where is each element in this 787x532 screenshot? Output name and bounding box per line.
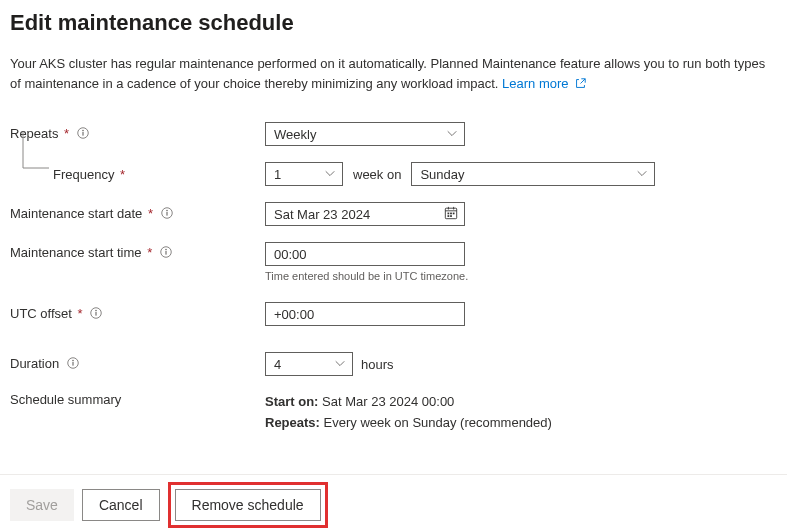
duration-label-text: Duration [10, 356, 59, 371]
cancel-button[interactable]: Cancel [82, 489, 160, 521]
duration-unit: hours [361, 357, 394, 372]
svg-point-22 [72, 360, 74, 362]
utc-offset-input[interactable] [265, 302, 465, 326]
summary-repeats-label: Repeats: [265, 415, 320, 430]
svg-rect-10 [448, 212, 450, 214]
frequency-count-select[interactable]: 1 [265, 162, 343, 186]
repeats-value: Weekly [274, 127, 316, 142]
repeats-select[interactable]: Weekly [265, 122, 465, 146]
remove-highlight: Remove schedule [168, 482, 328, 528]
remove-schedule-button[interactable]: Remove schedule [175, 489, 321, 521]
info-icon[interactable] [161, 207, 173, 222]
start-time-label: Maintenance start time * [10, 242, 265, 261]
svg-rect-23 [72, 362, 73, 366]
start-date-input[interactable]: Sat Mar 23 2024 [265, 202, 465, 226]
svg-point-16 [165, 249, 167, 251]
chevron-down-icon [446, 127, 458, 142]
utc-offset-value[interactable] [274, 307, 456, 322]
external-link-icon [575, 75, 586, 95]
required-asterisk: * [147, 245, 152, 260]
frequency-mid-text: week on [353, 167, 401, 182]
required-asterisk: * [78, 306, 83, 321]
required-asterisk: * [120, 167, 125, 182]
info-icon[interactable] [67, 357, 79, 372]
svg-rect-5 [166, 212, 167, 216]
chevron-down-icon [636, 167, 648, 182]
info-icon[interactable] [90, 307, 102, 322]
start-date-label: Maintenance start date * [10, 206, 265, 222]
info-icon[interactable] [160, 246, 172, 261]
duration-value: 4 [274, 357, 281, 372]
summary-label: Schedule summary [10, 392, 265, 407]
duration-label: Duration [10, 356, 265, 372]
frequency-label-text: Frequency [53, 167, 114, 182]
start-time-input[interactable] [265, 242, 465, 266]
svg-point-19 [95, 310, 97, 312]
svg-rect-12 [453, 212, 455, 214]
frequency-label: Frequency * [53, 167, 265, 182]
start-time-label-text: Maintenance start time [10, 245, 142, 260]
frequency-day-value: Sunday [420, 167, 464, 182]
summary-repeats-value: Every week on Sunday (recommended) [324, 415, 552, 430]
svg-point-4 [166, 210, 168, 212]
start-date-value: Sat Mar 23 2024 [274, 207, 370, 222]
svg-rect-11 [450, 212, 452, 214]
page-title: Edit maintenance schedule [10, 10, 777, 36]
footer-bar: Save Cancel Remove schedule [0, 474, 787, 532]
chevron-down-icon [324, 167, 336, 182]
svg-rect-14 [450, 215, 452, 217]
save-button: Save [10, 489, 74, 521]
start-time-value[interactable] [274, 247, 456, 262]
description-text: Your AKS cluster has regular maintenance… [10, 54, 777, 94]
start-time-hint: Time entered should be in UTC timezone. [265, 270, 468, 282]
duration-select[interactable]: 4 [265, 352, 353, 376]
required-asterisk: * [64, 126, 69, 141]
tree-connector [10, 162, 53, 186]
summary-content: Start on: Sat Mar 23 2024 00:00 Repeats:… [265, 392, 552, 434]
utc-offset-label: UTC offset * [10, 306, 265, 322]
learn-more-label: Learn more [502, 76, 568, 91]
svg-rect-13 [448, 215, 450, 217]
start-date-label-text: Maintenance start date [10, 206, 142, 221]
summary-start-label: Start on: [265, 394, 318, 409]
svg-rect-20 [96, 312, 97, 316]
utc-offset-label-text: UTC offset [10, 306, 72, 321]
info-icon[interactable] [77, 127, 89, 142]
frequency-count-value: 1 [274, 167, 281, 182]
calendar-icon[interactable] [444, 206, 458, 223]
chevron-down-icon [334, 357, 346, 372]
summary-start-value: Sat Mar 23 2024 00:00 [322, 394, 454, 409]
description-body: Your AKS cluster has regular maintenance… [10, 56, 765, 91]
svg-point-1 [82, 130, 84, 132]
learn-more-link[interactable]: Learn more [502, 76, 586, 91]
svg-rect-17 [165, 251, 166, 255]
frequency-day-select[interactable]: Sunday [411, 162, 655, 186]
required-asterisk: * [148, 206, 153, 221]
svg-rect-2 [82, 132, 83, 136]
